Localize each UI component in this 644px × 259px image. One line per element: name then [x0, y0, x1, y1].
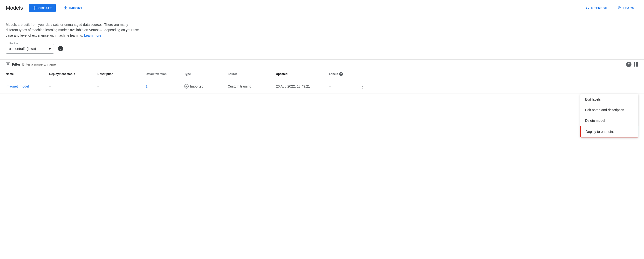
- learn-icon: [617, 6, 621, 10]
- region-help-icon[interactable]: ?: [58, 46, 63, 51]
- filter-bar: Filter ?: [0, 59, 644, 69]
- refresh-icon: [586, 6, 590, 10]
- description-text: Models are built from your data sets or …: [6, 23, 139, 38]
- col-default-version: Default version: [146, 72, 184, 76]
- cell-source: Custom training: [228, 84, 276, 88]
- learn-more-link[interactable]: Learn more: [84, 34, 102, 38]
- cell-default-version: 1: [146, 84, 184, 88]
- table-header: Name Deployment status Description Defau…: [0, 69, 644, 79]
- create-button[interactable]: CREATE: [29, 4, 56, 12]
- page-header: Models CREATE IMPORT REFRESH: [0, 0, 644, 16]
- col-description: Description: [98, 72, 146, 76]
- type-text: Imported: [190, 84, 203, 88]
- import-button[interactable]: IMPORT: [60, 4, 86, 12]
- region-label: Region: [8, 42, 19, 45]
- description-section: Models are built from your data sets or …: [0, 16, 145, 42]
- learn-button[interactable]: LEARN: [613, 4, 638, 12]
- cell-actions: ⋮: [358, 82, 370, 90]
- plus-icon: [32, 6, 37, 10]
- filter-label: Filter: [12, 62, 20, 66]
- filter-input[interactable]: [22, 62, 624, 66]
- filter-right: ?: [626, 62, 638, 67]
- row-menu-button[interactable]: ⋮: [358, 82, 366, 90]
- imported-icon: [184, 84, 188, 88]
- columns-icon[interactable]: [634, 62, 638, 66]
- models-table: Name Deployment status Description Defau…: [0, 69, 644, 94]
- import-icon: [64, 6, 68, 10]
- cell-updated: 26 Aug 2022, 13:49:21: [276, 84, 329, 88]
- cell-deployment-status: –: [49, 84, 98, 88]
- col-deployment-status: Deployment status: [49, 72, 98, 76]
- help-icon[interactable]: ?: [626, 62, 632, 67]
- col-updated: Updated: [276, 72, 329, 76]
- region-value: us-central1 (Iowa): [9, 47, 47, 51]
- cell-name: imagnet_model: [6, 84, 49, 88]
- region-select[interactable]: Region us-central1 (Iowa) ▾: [6, 44, 54, 54]
- cell-description: –: [98, 84, 146, 88]
- page-title: Models: [6, 5, 23, 11]
- cell-type: Imported: [184, 84, 228, 88]
- col-type: Type: [184, 72, 228, 76]
- region-section: Region us-central1 (Iowa) ▾ ?: [0, 42, 644, 59]
- col-labels: Labels ?: [329, 72, 358, 76]
- table-row: imagnet_model – – 1 Imported Custom trai…: [0, 79, 644, 94]
- model-name-link[interactable]: imagnet_model: [6, 84, 29, 88]
- cell-labels: –: [329, 84, 358, 88]
- filter-icon: [6, 62, 10, 67]
- labels-help-icon[interactable]: ?: [339, 72, 343, 76]
- col-name: Name: [6, 72, 49, 76]
- col-actions: [358, 72, 370, 76]
- chevron-down-icon: ▾: [49, 46, 51, 51]
- col-source: Source: [228, 72, 276, 76]
- version-link[interactable]: 1: [146, 84, 148, 88]
- header-actions: REFRESH LEARN: [582, 4, 638, 12]
- refresh-button[interactable]: REFRESH: [582, 4, 611, 12]
